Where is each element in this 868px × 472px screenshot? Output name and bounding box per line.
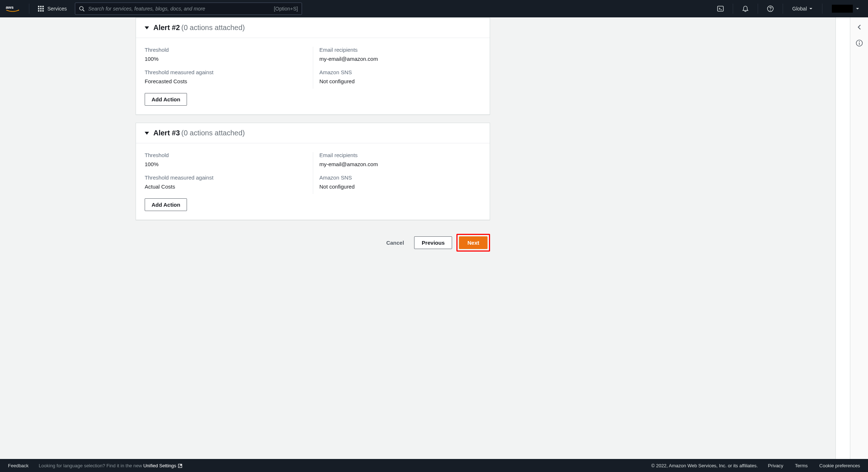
feedback-link[interactable]: Feedback [8, 463, 29, 468]
global-search[interactable]: [Option+S] [75, 3, 302, 15]
grid-icon [38, 6, 44, 12]
services-label: Services [47, 6, 67, 12]
help-info-button[interactable] [855, 38, 864, 48]
wizard-buttons: Cancel Previous Next [136, 228, 490, 262]
svg-point-6 [770, 10, 771, 11]
nav-divider [733, 4, 733, 14]
cloudshell-button[interactable] [713, 2, 728, 15]
svg-point-1 [80, 7, 83, 10]
main-area: Alert #2 (0 actions attached) Threshold … [0, 17, 868, 459]
top-nav: aws Services [Option+S] [0, 0, 868, 17]
add-action-button[interactable]: Add Action [145, 198, 187, 211]
region-selector[interactable]: Global [788, 6, 817, 12]
aws-logo[interactable]: aws [6, 0, 24, 17]
alert-title: Alert #2 [153, 24, 180, 31]
cancel-button[interactable]: Cancel [380, 237, 410, 249]
cookie-preferences-link[interactable]: Cookie preferences [819, 463, 860, 468]
email-value: my-email@amazon.com [319, 161, 481, 167]
privacy-link[interactable]: Privacy [768, 463, 783, 468]
notifications-button[interactable] [738, 2, 753, 15]
threshold-value: 100% [145, 161, 313, 167]
help-panel-rail [850, 17, 868, 459]
external-link-icon [178, 463, 183, 468]
collapse-toggle[interactable] [145, 26, 149, 29]
sns-value: Not configured [319, 78, 481, 84]
nav-divider [822, 4, 822, 14]
alert-panel-3: Alert #3 (0 actions attached) Threshold … [136, 123, 490, 220]
account-id-redacted [832, 5, 853, 13]
info-icon [856, 39, 863, 47]
account-menu[interactable] [827, 5, 862, 13]
help-button[interactable] [763, 2, 778, 15]
white-gutter [835, 17, 850, 459]
region-label: Global [792, 6, 807, 12]
threshold-label: Threshold [145, 47, 313, 53]
alert-panel-2: Alert #2 (0 actions attached) Threshold … [136, 17, 490, 115]
svg-line-2 [83, 10, 84, 11]
content-column: Alert #2 (0 actions attached) Threshold … [0, 17, 835, 459]
measure-value: Actual Costs [145, 184, 313, 190]
sns-label: Amazon SNS [319, 69, 481, 75]
help-icon [767, 5, 774, 12]
alert-subtitle: (0 actions attached) [181, 24, 245, 31]
search-input[interactable] [88, 6, 274, 12]
console-footer: Feedback Looking for language selection?… [0, 459, 868, 472]
email-label: Email recipients [319, 152, 481, 158]
copyright-text: © 2022, Amazon Web Services, Inc. or its… [651, 463, 758, 468]
measure-value: Forecasted Costs [145, 78, 313, 84]
alert-subtitle: (0 actions attached) [181, 129, 245, 137]
cloudshell-icon [717, 5, 724, 12]
search-icon [79, 6, 85, 12]
alert-header: Alert #2 (0 actions attached) [136, 18, 490, 38]
previous-button[interactable]: Previous [414, 236, 452, 249]
measure-label: Threshold measured against [145, 174, 313, 181]
svg-text:aws: aws [6, 5, 14, 9]
collapse-toggle[interactable] [145, 132, 149, 135]
add-action-button[interactable]: Add Action [145, 93, 187, 106]
bell-icon [742, 5, 749, 12]
caret-down-icon [856, 7, 859, 10]
caret-down-icon [809, 7, 813, 10]
alert-title: Alert #3 [153, 129, 180, 137]
sns-value: Not configured [319, 184, 481, 190]
services-menu-button[interactable]: Services [34, 4, 71, 14]
search-shortcut: [Option+S] [274, 6, 298, 12]
threshold-label: Threshold [145, 152, 313, 158]
unified-settings-link[interactable]: Unified Settings [143, 463, 183, 468]
measure-label: Threshold measured against [145, 69, 313, 75]
next-button-highlight: Next [456, 234, 490, 252]
sns-label: Amazon SNS [319, 174, 481, 181]
nav-divider [758, 4, 758, 14]
help-panel-collapse-button[interactable] [855, 22, 864, 32]
terms-link[interactable]: Terms [795, 463, 808, 468]
next-button[interactable]: Next [459, 236, 488, 249]
language-hint: Looking for language selection? Find it … [39, 463, 183, 468]
email-value: my-email@amazon.com [319, 56, 481, 62]
threshold-value: 100% [145, 56, 313, 62]
email-label: Email recipients [319, 47, 481, 53]
nav-divider [29, 4, 29, 14]
chevron-left-icon [856, 24, 863, 30]
svg-point-8 [859, 41, 859, 42]
alert-header: Alert #3 (0 actions attached) [136, 123, 490, 143]
nav-divider [783, 4, 783, 14]
